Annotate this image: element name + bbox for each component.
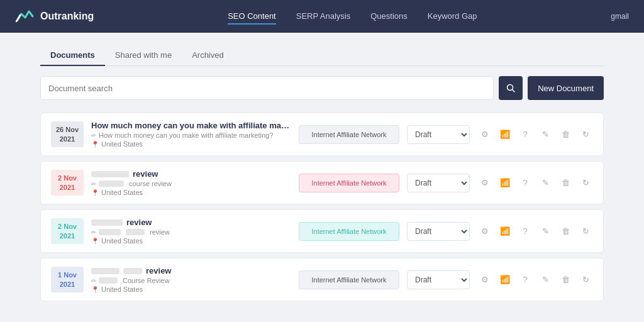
tab-archived[interactable]: Archived <box>182 45 234 66</box>
help-icon[interactable]: ? <box>518 175 533 191</box>
doc-info: review ✏ review 📍 United States <box>91 218 291 245</box>
location-icon: 📍 <box>91 189 99 196</box>
search-icon <box>506 84 515 92</box>
doc-subtitle: ✏ Course Review <box>91 277 291 284</box>
delete-icon[interactable]: 🗑 <box>558 175 573 191</box>
nav-questions[interactable]: Questions <box>370 9 408 25</box>
help-icon[interactable]: ? <box>518 127 533 142</box>
doc-subtitle: ✏ course review <box>91 180 291 187</box>
logo-text: Outranking <box>40 11 94 22</box>
refresh-icon[interactable]: ↻ <box>578 272 593 287</box>
doc-subtitle: ✏ How much money can you make with affil… <box>91 131 291 139</box>
edit-icon[interactable]: ✎ <box>538 127 553 142</box>
edit-icon[interactable]: ✎ <box>538 272 553 287</box>
delete-icon[interactable]: 🗑 <box>558 127 573 142</box>
status-select[interactable]: Draft In Progress Published <box>407 222 470 241</box>
doc-title[interactable]: review <box>91 169 291 179</box>
chart-icon[interactable]: 📶 <box>497 272 513 287</box>
doc-title[interactable]: How much money can you make with affilia… <box>91 121 291 130</box>
settings-icon[interactable]: ⚙ <box>477 175 492 191</box>
action-icons: ⚙ 📶 ? ✎ 🗑 ↻ <box>477 175 593 191</box>
new-document-button[interactable]: New Document <box>528 76 604 100</box>
delete-icon[interactable]: 🗑 <box>558 224 573 239</box>
nav-seo-content[interactable]: SEO Content <box>228 9 276 25</box>
search-row: New Document <box>40 76 604 100</box>
pencil-icon: ✏ <box>91 277 96 284</box>
category-tag[interactable]: Internet Affiliate Network <box>299 174 399 192</box>
status-select[interactable]: Draft In Progress Published <box>407 174 470 192</box>
category-tag[interactable]: Internet Affiliate Network <box>299 222 399 241</box>
main-content: Documents Shared with me Archived New Do… <box>20 33 624 319</box>
header: Outranking SEO Content SERP Analysis Que… <box>0 0 644 33</box>
svg-line-1 <box>513 90 515 92</box>
doc-location: 📍 United States <box>91 237 291 245</box>
tab-bar: Documents Shared with me Archived <box>40 45 604 66</box>
table-row: 1 Nov 2021 review ✏ Course Review 📍 Unit… <box>40 258 604 301</box>
chart-icon[interactable]: 📶 <box>497 224 513 239</box>
tab-documents[interactable]: Documents <box>40 45 105 66</box>
delete-icon[interactable]: 🗑 <box>558 272 573 287</box>
logo-icon <box>15 8 35 25</box>
location-icon: 📍 <box>91 286 99 293</box>
settings-icon[interactable]: ⚙ <box>477 272 492 287</box>
doc-location: 📍 United States <box>91 286 291 293</box>
pencil-icon: ✏ <box>91 229 96 236</box>
doc-subtitle: ✏ review <box>91 228 291 236</box>
doc-info: review ✏ course review 📍 United States <box>91 169 291 196</box>
refresh-icon[interactable]: ↻ <box>578 224 593 239</box>
status-select[interactable]: Draft In Progress Published <box>407 270 470 289</box>
table-row: 2 Nov 2021 review ✏ course review 📍 Unit… <box>40 161 604 204</box>
edit-icon[interactable]: ✎ <box>538 224 553 239</box>
date-badge: 2 Nov 2021 <box>51 170 84 196</box>
action-icons: ⚙ 📶 ? ✎ 🗑 ↻ <box>477 224 593 239</box>
location-icon: 📍 <box>91 238 99 245</box>
action-icons: ⚙ 📶 ? ✎ 🗑 ↻ <box>477 127 593 142</box>
help-icon[interactable]: ? <box>518 224 533 239</box>
table-row: 26 Nov 2021 How much money can you make … <box>40 113 604 156</box>
document-list: 26 Nov 2021 How much money can you make … <box>40 113 604 306</box>
location-icon: 📍 <box>91 141 99 148</box>
doc-title[interactable]: review <box>91 218 291 227</box>
nav-serp-analysis[interactable]: SERP Analysis <box>296 9 350 25</box>
chart-icon[interactable]: 📶 <box>497 127 513 142</box>
doc-info: How much money can you make with affilia… <box>91 121 291 148</box>
doc-location: 📍 United States <box>91 189 291 196</box>
chart-icon[interactable]: 📶 <box>497 175 513 191</box>
date-badge: 2 Nov 2021 <box>51 218 84 244</box>
pencil-icon: ✏ <box>91 132 96 139</box>
edit-icon[interactable]: ✎ <box>538 175 553 191</box>
nav-keyword-gap[interactable]: Keyword Gap <box>428 9 477 25</box>
search-button[interactable] <box>499 76 523 100</box>
refresh-icon[interactable]: ↻ <box>578 127 593 142</box>
doc-title[interactable]: review <box>91 266 291 275</box>
table-row: 2 Nov 2021 review ✏ review 📍 United Stat… <box>40 209 604 253</box>
category-tag[interactable]: Internet Affiliate Network <box>299 270 399 289</box>
settings-icon[interactable]: ⚙ <box>477 127 492 142</box>
user-email: gmail <box>611 12 629 21</box>
status-select[interactable]: Draft In Progress Published <box>407 125 470 144</box>
category-tag[interactable]: Internet Affiliate Network <box>299 125 399 144</box>
settings-icon[interactable]: ⚙ <box>477 224 492 239</box>
logo: Outranking <box>15 8 94 25</box>
tab-shared-with-me[interactable]: Shared with me <box>105 45 182 66</box>
main-nav: SEO Content SERP Analysis Questions Keyw… <box>228 9 477 25</box>
date-badge: 26 Nov 2021 <box>51 121 84 147</box>
doc-info: review ✏ Course Review 📍 United States <box>91 266 291 293</box>
doc-location: 📍 United States <box>91 140 291 148</box>
pencil-icon: ✏ <box>91 180 96 187</box>
action-icons: ⚙ 📶 ? ✎ 🗑 ↻ <box>477 272 593 287</box>
date-badge: 1 Nov 2021 <box>51 267 84 292</box>
search-input[interactable] <box>40 76 494 100</box>
help-icon[interactable]: ? <box>518 272 533 287</box>
refresh-icon[interactable]: ↻ <box>578 175 593 191</box>
